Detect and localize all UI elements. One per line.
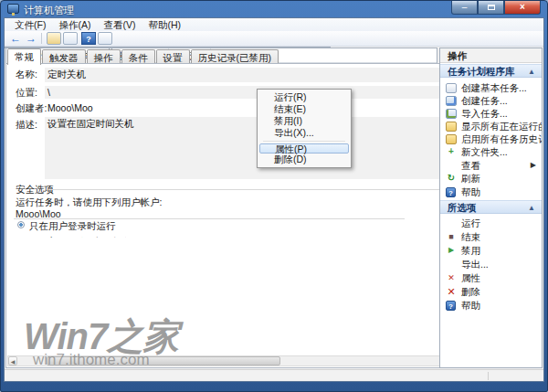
- disable-icon: ▶: [446, 244, 457, 257]
- action-refresh[interactable]: ↻刷新: [440, 172, 542, 185]
- import-task-icon: [446, 109, 457, 119]
- help-icon: ?: [446, 187, 456, 197]
- menu-run[interactable]: 运行(R): [259, 91, 349, 103]
- tab-bar: 常规触发器操作条件设置历史记录(已禁用): [5, 48, 331, 48]
- menu-export[interactable]: 导出(X)...: [259, 127, 349, 139]
- help-icon: ?: [446, 301, 456, 311]
- delete-icon: ✕: [446, 285, 457, 298]
- maximize-button[interactable]: [478, 1, 504, 15]
- action-pane-icon[interactable]: [98, 32, 112, 45]
- collapse-icon[interactable]: ▲: [528, 65, 535, 79]
- menu-disable[interactable]: 禁用(I): [259, 115, 349, 127]
- action-create-basic-task[interactable]: 创建基本任务...: [440, 81, 542, 94]
- close-button[interactable]: ×: [504, 1, 541, 15]
- menu-separator: [263, 141, 345, 142]
- action-run[interactable]: 运行: [440, 217, 542, 229]
- action-create-task[interactable]: 创建任务...: [440, 94, 542, 107]
- status-bar: [5, 369, 543, 381]
- action-disable[interactable]: ▶禁用: [440, 244, 542, 257]
- app-icon: [7, 4, 19, 14]
- action-properties[interactable]: ✕属性: [440, 271, 542, 284]
- back-icon[interactable]: ←: [8, 32, 23, 45]
- console-tree-icon[interactable]: [63, 32, 78, 45]
- maximize-icon: [488, 5, 495, 10]
- refresh-icon: ↻: [446, 172, 457, 185]
- new-folder-icon: +: [446, 145, 457, 158]
- action-enable-task-history[interactable]: 启用所有任务历史记录: [440, 132, 542, 145]
- export-list-icon[interactable]: [47, 32, 61, 45]
- action-end[interactable]: ■结束: [440, 230, 542, 243]
- minimize-button[interactable]: –: [451, 1, 478, 15]
- collapse-icon[interactable]: ▲: [528, 201, 535, 215]
- action-help[interactable]: ?帮助: [440, 185, 542, 198]
- toolbar-separator: [41, 33, 42, 44]
- action-delete[interactable]: ✕删除: [440, 285, 542, 298]
- history-folder-icon: [446, 134, 457, 144]
- section-task-library[interactable]: 任务计划程序库 ▲: [440, 64, 542, 78]
- computer-management-window: 计算机管理 – × 文件(F)操作(A)查看(V)帮助(H) ← → ? ◢计算…: [0, 0, 548, 392]
- forward-icon[interactable]: →: [24, 32, 38, 45]
- section-selected-item[interactable]: 所选项 ▲: [440, 200, 542, 214]
- menu-delete[interactable]: 删除(D): [259, 154, 349, 165]
- actions-panel: 操作 任务计划程序库 ▲ 创建基本任务... 创建任务... 导入任务... 显…: [439, 48, 543, 368]
- context-menu: 运行(R) 结束(E) 禁用(I) 导出(X)... 属性(P) 删除(D): [257, 89, 352, 168]
- menu-properties[interactable]: 属性(P): [259, 143, 349, 154]
- menu-end[interactable]: 结束(E): [259, 103, 349, 115]
- actions-header: 操作: [440, 48, 542, 63]
- running-tasks-folder-icon: [446, 122, 457, 132]
- create-basic-task-icon: [446, 83, 457, 93]
- create-task-icon: [446, 96, 457, 106]
- toolbar: ← → ?: [5, 31, 543, 47]
- action-import-task[interactable]: 导入任务...: [440, 107, 542, 120]
- task-detail-panel: 常规触发器操作条件设置历史记录(已禁用) 名称: 定时关机 位置: \ 创建者:…: [5, 47, 331, 48]
- help-icon[interactable]: ?: [81, 32, 96, 45]
- action-new-folder[interactable]: +新文件夹...: [440, 145, 542, 158]
- screenshot-root: 计算机管理 – × 文件(F)操作(A)查看(V)帮助(H) ← → ? ◢计算…: [0, 0, 548, 392]
- menu-bar: 文件(F)操作(A)查看(V)帮助(H): [5, 18, 543, 31]
- action-show-running-tasks[interactable]: 显示所有正在运行的任务: [440, 120, 542, 132]
- properties-icon: ✕: [446, 271, 457, 284]
- end-task-icon: ■: [446, 230, 457, 243]
- action-export[interactable]: 导出...: [440, 258, 542, 270]
- title-bar[interactable]: 计算机管理 – ×: [1, 1, 547, 17]
- action-help-selected[interactable]: ?帮助: [440, 299, 542, 312]
- action-view[interactable]: 查看▶: [440, 159, 542, 172]
- client-area: 文件(F)操作(A)查看(V)帮助(H) ← → ? ◢计算机管理(本地) ◢系…: [4, 17, 544, 382]
- statusbar-divider: [488, 372, 489, 380]
- window-title: 计算机管理: [24, 4, 74, 17]
- submenu-arrow-icon: ▶: [531, 159, 536, 172]
